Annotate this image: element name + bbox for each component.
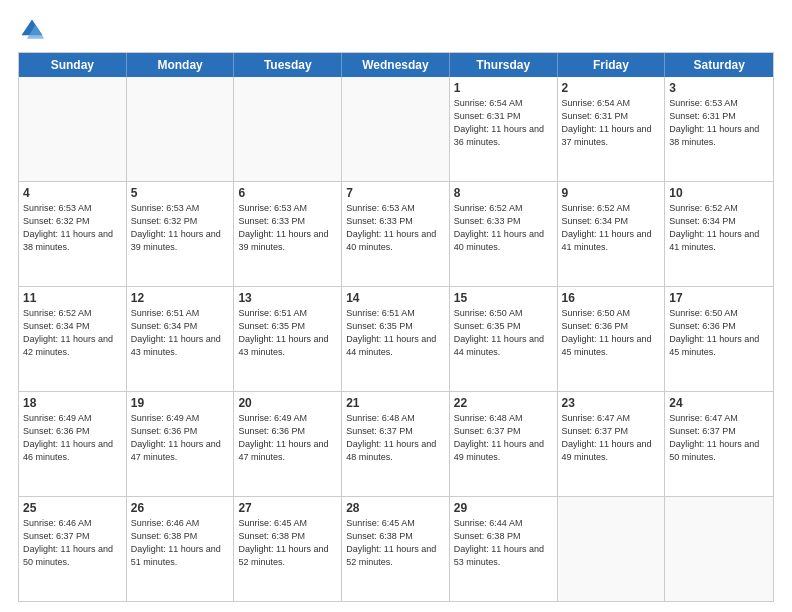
day-info: Sunrise: 6:51 AM Sunset: 6:35 PM Dayligh… [346,308,436,356]
calendar-cell: 1Sunrise: 6:54 AM Sunset: 6:31 PM Daylig… [450,77,558,181]
day-info: Sunrise: 6:49 AM Sunset: 6:36 PM Dayligh… [23,413,113,461]
day-info: Sunrise: 6:46 AM Sunset: 6:38 PM Dayligh… [131,518,221,566]
day-info: Sunrise: 6:47 AM Sunset: 6:37 PM Dayligh… [669,413,759,461]
day-number: 11 [23,290,122,306]
calendar: SundayMondayTuesdayWednesdayThursdayFrid… [18,52,774,602]
day-number: 14 [346,290,445,306]
day-number: 25 [23,500,122,516]
day-number: 24 [669,395,769,411]
calendar-cell: 13Sunrise: 6:51 AM Sunset: 6:35 PM Dayli… [234,287,342,391]
day-info: Sunrise: 6:48 AM Sunset: 6:37 PM Dayligh… [346,413,436,461]
day-info: Sunrise: 6:50 AM Sunset: 6:35 PM Dayligh… [454,308,544,356]
day-number: 20 [238,395,337,411]
calendar-cell: 8Sunrise: 6:52 AM Sunset: 6:33 PM Daylig… [450,182,558,286]
calendar-cell: 4Sunrise: 6:53 AM Sunset: 6:32 PM Daylig… [19,182,127,286]
day-header-sunday: Sunday [19,53,127,77]
day-info: Sunrise: 6:52 AM Sunset: 6:34 PM Dayligh… [562,203,652,251]
day-info: Sunrise: 6:49 AM Sunset: 6:36 PM Dayligh… [131,413,221,461]
calendar-cell [558,497,666,601]
day-number: 19 [131,395,230,411]
day-info: Sunrise: 6:50 AM Sunset: 6:36 PM Dayligh… [669,308,759,356]
day-info: Sunrise: 6:49 AM Sunset: 6:36 PM Dayligh… [238,413,328,461]
day-number: 22 [454,395,553,411]
day-info: Sunrise: 6:53 AM Sunset: 6:33 PM Dayligh… [346,203,436,251]
calendar-cell: 9Sunrise: 6:52 AM Sunset: 6:34 PM Daylig… [558,182,666,286]
day-header-wednesday: Wednesday [342,53,450,77]
calendar-cell: 10Sunrise: 6:52 AM Sunset: 6:34 PM Dayli… [665,182,773,286]
day-info: Sunrise: 6:53 AM Sunset: 6:33 PM Dayligh… [238,203,328,251]
day-info: Sunrise: 6:51 AM Sunset: 6:34 PM Dayligh… [131,308,221,356]
day-info: Sunrise: 6:45 AM Sunset: 6:38 PM Dayligh… [238,518,328,566]
day-number: 26 [131,500,230,516]
day-number: 28 [346,500,445,516]
day-number: 6 [238,185,337,201]
day-header-friday: Friday [558,53,666,77]
day-info: Sunrise: 6:47 AM Sunset: 6:37 PM Dayligh… [562,413,652,461]
day-header-monday: Monday [127,53,235,77]
calendar-cell: 26Sunrise: 6:46 AM Sunset: 6:38 PM Dayli… [127,497,235,601]
day-number: 1 [454,80,553,96]
day-number: 15 [454,290,553,306]
day-info: Sunrise: 6:46 AM Sunset: 6:37 PM Dayligh… [23,518,113,566]
calendar-cell [127,77,235,181]
calendar-cell: 27Sunrise: 6:45 AM Sunset: 6:38 PM Dayli… [234,497,342,601]
day-number: 10 [669,185,769,201]
day-number: 3 [669,80,769,96]
calendar-body: 1Sunrise: 6:54 AM Sunset: 6:31 PM Daylig… [19,77,773,601]
calendar-cell [665,497,773,601]
day-number: 9 [562,185,661,201]
day-number: 17 [669,290,769,306]
day-number: 27 [238,500,337,516]
calendar-cell: 23Sunrise: 6:47 AM Sunset: 6:37 PM Dayli… [558,392,666,496]
day-header-thursday: Thursday [450,53,558,77]
calendar-cell: 24Sunrise: 6:47 AM Sunset: 6:37 PM Dayli… [665,392,773,496]
day-header-tuesday: Tuesday [234,53,342,77]
calendar-cell: 17Sunrise: 6:50 AM Sunset: 6:36 PM Dayli… [665,287,773,391]
calendar-cell [342,77,450,181]
calendar-cell: 5Sunrise: 6:53 AM Sunset: 6:32 PM Daylig… [127,182,235,286]
calendar-cell: 3Sunrise: 6:53 AM Sunset: 6:31 PM Daylig… [665,77,773,181]
day-info: Sunrise: 6:52 AM Sunset: 6:34 PM Dayligh… [669,203,759,251]
calendar-cell: 6Sunrise: 6:53 AM Sunset: 6:33 PM Daylig… [234,182,342,286]
calendar-cell: 15Sunrise: 6:50 AM Sunset: 6:35 PM Dayli… [450,287,558,391]
day-number: 2 [562,80,661,96]
day-number: 8 [454,185,553,201]
day-number: 21 [346,395,445,411]
calendar-cell: 28Sunrise: 6:45 AM Sunset: 6:38 PM Dayli… [342,497,450,601]
calendar-cell: 20Sunrise: 6:49 AM Sunset: 6:36 PM Dayli… [234,392,342,496]
day-number: 4 [23,185,122,201]
day-number: 18 [23,395,122,411]
day-info: Sunrise: 6:53 AM Sunset: 6:32 PM Dayligh… [131,203,221,251]
calendar-week-3: 18Sunrise: 6:49 AM Sunset: 6:36 PM Dayli… [19,392,773,497]
day-info: Sunrise: 6:50 AM Sunset: 6:36 PM Dayligh… [562,308,652,356]
day-number: 23 [562,395,661,411]
day-number: 29 [454,500,553,516]
calendar-cell: 12Sunrise: 6:51 AM Sunset: 6:34 PM Dayli… [127,287,235,391]
calendar-cell: 25Sunrise: 6:46 AM Sunset: 6:37 PM Dayli… [19,497,127,601]
calendar-header-row: SundayMondayTuesdayWednesdayThursdayFrid… [19,53,773,77]
day-header-saturday: Saturday [665,53,773,77]
day-info: Sunrise: 6:54 AM Sunset: 6:31 PM Dayligh… [454,98,544,146]
calendar-cell: 21Sunrise: 6:48 AM Sunset: 6:37 PM Dayli… [342,392,450,496]
calendar-week-1: 4Sunrise: 6:53 AM Sunset: 6:32 PM Daylig… [19,182,773,287]
calendar-cell [19,77,127,181]
calendar-cell: 22Sunrise: 6:48 AM Sunset: 6:37 PM Dayli… [450,392,558,496]
day-number: 16 [562,290,661,306]
calendar-cell: 29Sunrise: 6:44 AM Sunset: 6:38 PM Dayli… [450,497,558,601]
calendar-cell [234,77,342,181]
day-info: Sunrise: 6:51 AM Sunset: 6:35 PM Dayligh… [238,308,328,356]
day-info: Sunrise: 6:53 AM Sunset: 6:31 PM Dayligh… [669,98,759,146]
calendar-cell: 18Sunrise: 6:49 AM Sunset: 6:36 PM Dayli… [19,392,127,496]
calendar-cell: 16Sunrise: 6:50 AM Sunset: 6:36 PM Dayli… [558,287,666,391]
day-info: Sunrise: 6:54 AM Sunset: 6:31 PM Dayligh… [562,98,652,146]
calendar-week-2: 11Sunrise: 6:52 AM Sunset: 6:34 PM Dayli… [19,287,773,392]
calendar-cell: 14Sunrise: 6:51 AM Sunset: 6:35 PM Dayli… [342,287,450,391]
calendar-cell: 2Sunrise: 6:54 AM Sunset: 6:31 PM Daylig… [558,77,666,181]
logo [18,16,50,44]
day-info: Sunrise: 6:53 AM Sunset: 6:32 PM Dayligh… [23,203,113,251]
day-info: Sunrise: 6:52 AM Sunset: 6:34 PM Dayligh… [23,308,113,356]
day-number: 5 [131,185,230,201]
calendar-cell: 11Sunrise: 6:52 AM Sunset: 6:34 PM Dayli… [19,287,127,391]
day-info: Sunrise: 6:52 AM Sunset: 6:33 PM Dayligh… [454,203,544,251]
calendar-week-4: 25Sunrise: 6:46 AM Sunset: 6:37 PM Dayli… [19,497,773,601]
